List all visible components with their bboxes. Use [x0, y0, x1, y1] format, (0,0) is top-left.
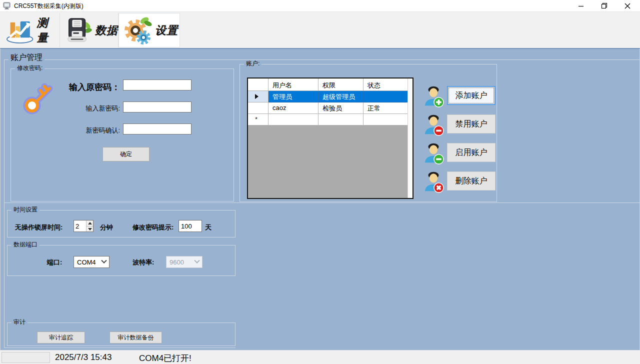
minutes-unit-label: 分钟	[100, 223, 113, 232]
group-audit: 审计 审计追踪 审计数据备份	[7, 322, 236, 346]
status-com-message: COM4已打开!	[139, 352, 192, 364]
toolbar-settings-label: 设置	[155, 23, 178, 38]
group-accounts-label: 账户:	[244, 60, 262, 67]
group-time-settings-label: 时间设置	[12, 206, 40, 213]
status-panel	[2, 352, 50, 363]
password-hint-days-input[interactable]	[178, 220, 202, 232]
group-change-password: 修改密码: 输入原密码： 输入新密码: 新密码确认:	[10, 68, 234, 202]
new-password-input[interactable]	[123, 102, 192, 112]
table-header-row: 用户名 权限 状态	[248, 78, 412, 91]
spinner-down-button[interactable]	[86, 226, 93, 232]
toolbar-data-label: 数据	[95, 23, 118, 38]
restore-icon	[601, 2, 608, 9]
chevron-down-icon	[101, 258, 106, 264]
main-toolbar: 测量 数据	[0, 12, 640, 48]
group-account-management: 账户管理 修改密码: 输入原密码： 输入新密码:	[4, 60, 640, 203]
cell-status[interactable]: 正常	[364, 102, 408, 114]
table-new-row[interactable]: *	[248, 114, 412, 126]
group-account-management-label: 账户管理	[8, 54, 44, 61]
group-data-port: 数据端口 端口: COM4 波特率: 9600	[7, 245, 236, 276]
baud-rate-label: 波特率:	[132, 258, 154, 267]
measure-chart-icon	[6, 18, 34, 44]
new-password-label: 输入新密码:	[65, 104, 120, 113]
arrow-up-icon	[88, 222, 92, 224]
restore-button[interactable]	[592, 0, 616, 12]
lock-screen-label: 无操作锁屏时间:	[15, 223, 62, 232]
cell-username[interactable]: caoz	[268, 102, 318, 114]
table-row[interactable]: caoz 检验员 正常	[248, 102, 412, 114]
row-header-cell	[248, 91, 268, 102]
status-datetime: 2025/7/3 15:43	[55, 352, 112, 362]
close-button[interactable]	[616, 0, 639, 12]
group-change-password-label: 修改密码:	[15, 64, 44, 72]
status-bar: 2025/7/3 15:43 COM4已打开!	[0, 350, 640, 364]
column-header-username[interactable]: 用户名	[268, 78, 318, 91]
row-header-cell	[248, 102, 268, 114]
minimize-icon	[578, 3, 584, 9]
add-account-button[interactable]: 添加账户	[447, 86, 496, 105]
current-row-arrow-icon	[255, 94, 258, 99]
baud-rate-select: 9600	[166, 256, 202, 268]
group-time-settings: 时间设置 无操作锁屏时间: 分钟 修改密码提示: 天	[7, 210, 236, 238]
audit-trail-button[interactable]: 审计追踪	[37, 332, 85, 344]
disable-account-button[interactable]: 禁用账户	[447, 114, 496, 134]
cell-permission[interactable]	[318, 114, 364, 126]
cell-permission[interactable]: 超级管理员	[318, 91, 364, 102]
arrow-down-icon	[88, 228, 92, 230]
new-row-marker: *	[248, 114, 268, 126]
settings-gears-icon	[123, 16, 152, 45]
title-bar: CRC55T数据采集(内测版)	[0, 0, 640, 12]
person-add-icon	[422, 84, 444, 108]
toolbar-button-settings[interactable]: 设置	[118, 13, 180, 48]
person-disable-icon	[422, 113, 444, 136]
settings-page: 账户管理 修改密码: 输入原密码： 输入新密码:	[0, 48, 640, 350]
group-accounts: 账户: 用户名 权限 状态 管理员 超级管理员	[240, 64, 497, 202]
lock-screen-spinner[interactable]	[74, 220, 94, 232]
group-data-port-label: 数据端口	[12, 241, 40, 248]
enable-account-button[interactable]: 启用账户	[447, 143, 496, 162]
confirm-password-input[interactable]	[123, 124, 192, 134]
audit-data-backup-button[interactable]: 审计数据备份	[110, 332, 162, 344]
cell-username[interactable]	[268, 114, 318, 126]
data-floppy-icon	[64, 18, 92, 44]
toolbar-button-measure[interactable]: 测量	[2, 13, 60, 48]
toolbar-measure-label: 测量	[36, 16, 60, 46]
confirm-button[interactable]: 确定	[102, 147, 150, 162]
password-hint-label: 修改密码提示:	[132, 223, 174, 232]
port-label: 端口:	[47, 258, 62, 267]
group-audit-label: 审计	[12, 318, 28, 326]
column-header-permission[interactable]: 权限	[318, 78, 364, 91]
cell-status[interactable]	[364, 91, 408, 102]
baud-rate-selected-value: 9600	[170, 258, 184, 266]
spinner-up-button[interactable]	[86, 220, 93, 226]
toolbar-button-data[interactable]: 数据	[60, 13, 118, 48]
port-selected-value: COM4	[77, 258, 96, 266]
window-title: CRC55T数据采集(内测版)	[14, 2, 84, 10]
old-password-input[interactable]	[123, 80, 192, 90]
app-window: CRC55T数据采集(内测版)	[0, 0, 640, 364]
old-password-label: 输入原密码：	[64, 82, 120, 93]
person-enable-icon	[422, 142, 444, 164]
app-icon	[3, 2, 12, 10]
accounts-table[interactable]: 用户名 权限 状态 管理员 超级管理员 caoz 检验员 正常	[247, 78, 414, 199]
table-row[interactable]: 管理员 超级管理员	[248, 91, 412, 102]
key-icon	[21, 81, 56, 117]
cell-status[interactable]	[364, 114, 408, 126]
table-corner-cell	[248, 78, 268, 91]
delete-account-button[interactable]: 删除账户	[447, 172, 496, 190]
port-select[interactable]: COM4	[74, 256, 110, 268]
column-header-status[interactable]: 状态	[364, 78, 408, 91]
minimize-button[interactable]	[570, 0, 592, 12]
close-icon	[624, 3, 630, 9]
person-delete-icon	[422, 170, 444, 193]
cell-username[interactable]: 管理员	[268, 91, 318, 102]
lock-screen-value-input[interactable]	[74, 220, 86, 232]
cell-permission[interactable]: 检验员	[318, 102, 364, 114]
days-unit-label: 天	[205, 223, 212, 232]
table-vertical-scrollbar[interactable]	[408, 78, 412, 198]
chevron-down-icon	[194, 258, 200, 264]
confirm-password-label: 新密码确认:	[65, 126, 120, 135]
